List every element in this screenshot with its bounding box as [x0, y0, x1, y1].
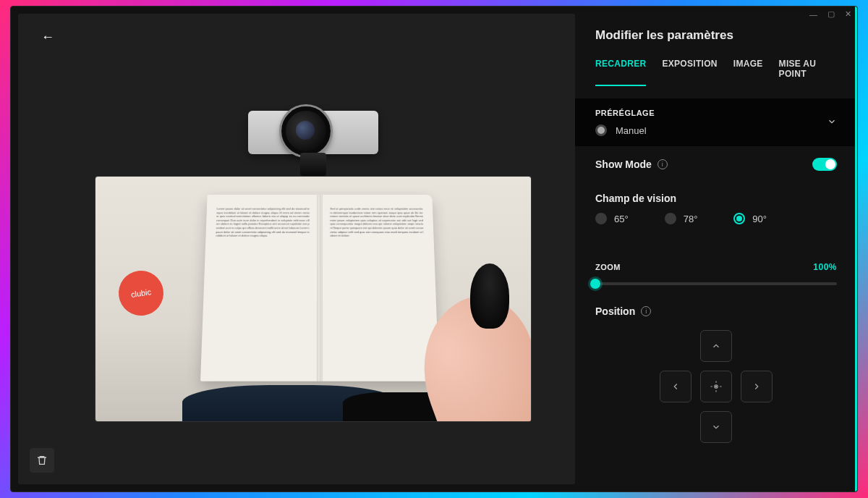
center-target-icon	[710, 380, 723, 393]
back-button[interactable]: ←	[41, 30, 54, 45]
radio-icon	[665, 213, 676, 224]
chevron-up-icon	[711, 341, 721, 351]
tab-recadrer[interactable]: RECADRER	[595, 59, 646, 86]
zoom-slider[interactable]	[595, 282, 837, 285]
camera-feed[interactable]: Lorem ipsum dolor sit amet consectetur a…	[95, 176, 532, 422]
fov-label: Champ de vision	[595, 193, 837, 204]
info-icon[interactable]: i	[641, 306, 651, 316]
dpad-down-button[interactable]	[700, 411, 732, 443]
accent-bar	[855, 7, 857, 491]
close-button[interactable]: ✕	[845, 9, 851, 19]
sticker-label: clubic	[116, 268, 166, 318]
chevron-down-icon	[711, 422, 721, 432]
fov-section: Champ de vision 65° 78° 90°	[595, 182, 837, 239]
delete-button[interactable]	[30, 448, 54, 473]
preset-radio-icon	[595, 124, 607, 136]
show-mode-toggle[interactable]	[812, 158, 837, 171]
app-window: — ▢ ✕ ← Lorem ipsum dolor sit amet conse…	[10, 6, 858, 492]
position-dpad	[595, 330, 837, 443]
webcam-device-illustration	[241, 108, 386, 172]
fov-option-90[interactable]: 90°	[733, 213, 767, 224]
minimize-button[interactable]: —	[809, 10, 817, 19]
preset-label: PRÉRÉGLAGE	[595, 109, 655, 117]
svg-point-1	[715, 386, 717, 387]
show-mode-row: Show Mode i	[595, 146, 837, 182]
zoom-section: ZOOM 100%	[595, 239, 837, 295]
settings-sidebar: Modifier les paramètres RECADRER EXPOSIT…	[575, 7, 857, 491]
position-section: Position i	[595, 295, 837, 453]
tab-image[interactable]: IMAGE	[733, 59, 763, 86]
dpad-up-button[interactable]	[700, 330, 732, 362]
info-icon[interactable]: i	[658, 159, 668, 169]
preview-panel: ← Lorem ipsum dolor sit amet consectetur…	[18, 14, 575, 484]
zoom-slider-thumb[interactable]	[590, 279, 600, 289]
sidebar-title: Modifier les paramètres	[595, 28, 837, 43]
webcam-preview-area: Lorem ipsum dolor sit amet consectetur a…	[80, 108, 546, 426]
preset-value: Manuel	[616, 125, 647, 136]
window-controls: — ▢ ✕	[809, 9, 851, 19]
zoom-label: ZOOM	[595, 263, 621, 271]
fov-option-78[interactable]: 78°	[665, 213, 698, 224]
position-label: Position	[595, 305, 635, 317]
chevron-left-icon	[671, 381, 681, 392]
zoom-value: 100%	[813, 262, 837, 272]
fov-option-65[interactable]: 65°	[595, 213, 629, 224]
tab-mise-au-point[interactable]: MISE AU POINT	[779, 59, 837, 86]
dpad-right-button[interactable]	[741, 371, 773, 402]
chevron-right-icon	[752, 381, 762, 392]
chevron-down-icon[interactable]	[827, 117, 837, 129]
preset-section[interactable]: PRÉRÉGLAGE Manuel	[575, 98, 857, 146]
radio-icon	[595, 213, 607, 224]
settings-tabs: RECADRER EXPOSITION IMAGE MISE AU POINT	[595, 59, 837, 87]
show-mode-label: Show Mode	[595, 159, 652, 170]
radio-selected-icon	[733, 213, 745, 224]
dpad-left-button[interactable]	[660, 371, 692, 402]
trash-icon	[36, 455, 48, 466]
dpad-center-button[interactable]	[700, 371, 732, 402]
maximize-button[interactable]: ▢	[827, 9, 835, 19]
tab-exposition[interactable]: EXPOSITION	[662, 59, 717, 86]
